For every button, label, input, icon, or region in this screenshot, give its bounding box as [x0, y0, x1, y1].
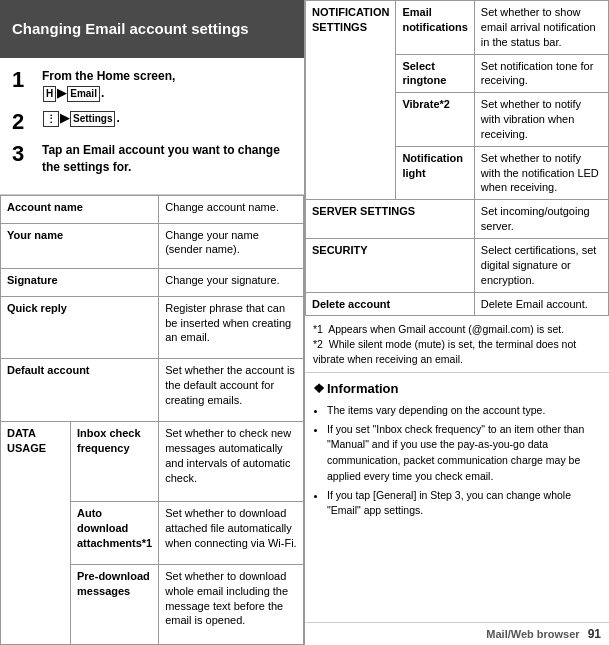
page-title: Changing Email account settings: [0, 0, 304, 58]
table-row: Account name Change account name.: [1, 195, 304, 223]
footer-section: Mail/Web browser: [486, 628, 579, 640]
table-row: Default account Set whether the account …: [1, 359, 304, 422]
table-row: SECURITY Select certifications, set digi…: [306, 238, 609, 292]
table-row: Quick reply Register phrase that can be …: [1, 296, 304, 359]
list-item: If you set "Inbox check frequency" to an…: [327, 422, 601, 485]
notes-section: *1 Appears when Gmail account (@gmail.co…: [305, 316, 609, 373]
step-1: 1 From the Home screen,H▶Email.: [12, 68, 292, 102]
step-3: 3 Tap an Email account you want to chang…: [12, 142, 292, 176]
footer: Mail/Web browser 91: [305, 622, 609, 645]
title-text: Changing Email account settings: [12, 19, 249, 39]
step-2: 2 ⋮▶Settings.: [12, 110, 292, 134]
table-row: SERVER SETTINGS Set incoming/outgoing se…: [306, 200, 609, 239]
footer-page: 91: [588, 627, 601, 641]
info-title: Information: [313, 379, 601, 399]
info-list: The items vary depending on the account …: [313, 403, 601, 519]
table-row: Your name Change your name (sender name)…: [1, 223, 304, 268]
table-row: Signature Change your signature.: [1, 268, 304, 296]
left-panel: Changing Email account settings 1 From t…: [0, 0, 305, 645]
list-item: If you tap [General] in Step 3, you can …: [327, 488, 601, 520]
right-panel: NOTIFICATION SETTINGS Email notification…: [305, 0, 609, 645]
table-row: DATA USAGE Inbox check frequency Set whe…: [1, 422, 304, 502]
note-1: *1 Appears when Gmail account (@gmail.co…: [313, 322, 601, 337]
note-2: *2 While silent mode (mute) is set, the …: [313, 337, 601, 366]
right-settings-table: NOTIFICATION SETTINGS Email notification…: [305, 0, 609, 316]
steps-section: 1 From the Home screen,H▶Email. 2 ⋮▶Sett…: [0, 58, 304, 195]
info-section: Information The items vary depending on …: [305, 373, 609, 528]
table-row: NOTIFICATION SETTINGS Email notification…: [306, 1, 609, 55]
list-item: The items vary depending on the account …: [327, 403, 601, 419]
settings-table: Account name Change account name. Your n…: [0, 195, 304, 645]
table-row: Delete account Delete Email account.: [306, 292, 609, 316]
